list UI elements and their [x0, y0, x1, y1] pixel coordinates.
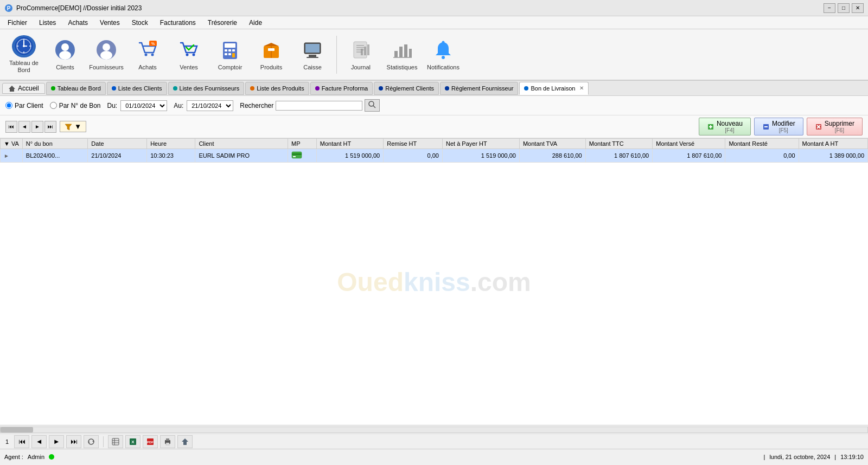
- nav-prev-button[interactable]: ◄: [18, 121, 30, 133]
- toolbar-btn-fournisseurs[interactable]: Fournisseurs: [87, 33, 126, 77]
- toolbar-btn-journal[interactable]: Journal: [341, 33, 380, 77]
- table-row[interactable]: ► BL2024/00... 21/10/2024 10:30:23 EURL …: [1, 149, 868, 163]
- svg-line-56: [373, 106, 375, 108]
- maximize-button[interactable]: □: [838, 3, 850, 13]
- tab-liste-produits[interactable]: Liste des Produits: [245, 82, 309, 95]
- menu-listes[interactable]: Listes: [34, 18, 61, 28]
- mp-card-icon: [291, 151, 302, 159]
- tab-dot-tableau-bord: [51, 86, 55, 91]
- toolbar-btn-caisse[interactable]: Caisse: [293, 33, 332, 77]
- pdf-button[interactable]: PDF: [143, 435, 158, 448]
- export-button[interactable]: [177, 435, 193, 448]
- cell-heure: 10:30:23: [147, 149, 195, 163]
- col-date[interactable]: Date: [88, 139, 147, 149]
- ventes-label: Ventes: [180, 64, 198, 71]
- svg-rect-44: [361, 49, 363, 55]
- search-input[interactable]: [276, 101, 362, 111]
- toolbar-btn-ventes[interactable]: Ventes: [169, 33, 208, 77]
- col-net-payer[interactable]: Net à Payer HT: [442, 139, 519, 149]
- search-button[interactable]: [365, 99, 380, 112]
- supprimer-label: Supprimer: [825, 120, 854, 127]
- table-body: ► BL2024/00... 21/10/2024 10:30:23 EURL …: [1, 149, 868, 163]
- cell-remise-ht: 0,00: [384, 149, 443, 163]
- col-remise-ht[interactable]: Remise HT: [384, 139, 443, 149]
- bottom-separator: [103, 436, 104, 447]
- window-title: ProCommerce[DEMO] //Dossier initial 2023: [16, 4, 142, 12]
- col-montant-verse[interactable]: Montant Versé: [653, 139, 725, 149]
- tab-reglement-fournisseur[interactable]: Règlement Fournisseur: [440, 82, 518, 95]
- excel-button[interactable]: X: [125, 435, 141, 448]
- scrollbar-thumb[interactable]: [1, 427, 33, 432]
- title-bar-controls[interactable]: − □ ✕: [824, 3, 864, 13]
- menu-ventes[interactable]: Ventes: [94, 18, 125, 28]
- svg-marker-84: [182, 438, 188, 445]
- col-va[interactable]: ▼ VA: [1, 139, 23, 149]
- refresh-bottom-button[interactable]: [84, 435, 99, 448]
- col-montant-tva[interactable]: Montant TVA: [519, 139, 585, 149]
- toolbar-btn-tableau-bord[interactable]: Tableau de Bord: [4, 33, 43, 77]
- col-bon[interactable]: N° du bon: [22, 139, 88, 149]
- search-icon: [368, 101, 376, 108]
- radio-par-numero-input[interactable]: [50, 102, 57, 109]
- tab-reglement-clients[interactable]: Règlement Clients: [374, 82, 439, 95]
- content-area: Par Client Par N° de Bon Du: 01/10/2024 …: [0, 96, 868, 434]
- col-mp[interactable]: MP: [288, 139, 317, 149]
- radio-par-client-input[interactable]: [5, 102, 12, 109]
- svg-rect-81: [166, 443, 169, 445]
- toolbar-btn-achats[interactable]: % Achats: [128, 33, 167, 77]
- col-montant-reste[interactable]: Montant Resté: [725, 139, 799, 149]
- tab-liste-fournisseurs[interactable]: Liste des Fournisseurs: [168, 82, 245, 95]
- nav-first-bottom-button[interactable]: ⏮: [14, 435, 29, 448]
- radio-par-client[interactable]: Par Client: [5, 102, 43, 109]
- tab-tableau-bord[interactable]: Tableau de Bord: [46, 82, 106, 95]
- expand-arrow-icon: ►: [4, 153, 9, 159]
- agent-name: Admin: [28, 454, 44, 460]
- toolbar-btn-statistiques[interactable]: Statistiques: [382, 33, 422, 77]
- menu-aide[interactable]: Aide: [244, 18, 267, 28]
- col-montant-ht[interactable]: Montant HT: [316, 139, 383, 149]
- menu-achats[interactable]: Achats: [62, 18, 93, 28]
- toolbar-btn-comptoir[interactable]: Comptoir: [210, 33, 250, 77]
- toolbar-btn-produits[interactable]: Produits: [252, 33, 291, 77]
- tab-accueil[interactable]: Accueil: [2, 83, 45, 94]
- comptoir-calc-icon: [218, 38, 242, 62]
- menu-facturations[interactable]: Facturations: [155, 18, 201, 28]
- print-button[interactable]: [160, 435, 175, 448]
- menu-fichier[interactable]: Fichier: [2, 18, 33, 28]
- radio-par-client-label: Par Client: [15, 102, 43, 109]
- nav-last-bottom-button[interactable]: ⏭: [66, 435, 81, 448]
- date-au-select[interactable]: 21/10/2024: [187, 100, 233, 111]
- nouveau-button[interactable]: Nouveau [F4]: [699, 118, 751, 135]
- menu-stock[interactable]: Stock: [126, 18, 154, 28]
- toolbar-btn-notifications[interactable]: Notifications: [424, 33, 463, 77]
- export-icon: [181, 438, 189, 445]
- status-dot: [49, 454, 54, 460]
- col-montant-ttc[interactable]: Montant TTC: [585, 139, 652, 149]
- col-client[interactable]: Client: [195, 139, 288, 149]
- supprimer-button[interactable]: Supprimer [F6]: [807, 118, 863, 135]
- table-icon-button[interactable]: [108, 435, 123, 448]
- col-heure[interactable]: Heure: [147, 139, 195, 149]
- cell-mp: [288, 149, 317, 163]
- svg-marker-57: [65, 124, 72, 130]
- toolbar-btn-clients[interactable]: Clients: [46, 33, 85, 77]
- nav-next-bottom-button[interactable]: ►: [49, 435, 64, 448]
- tab-facture-proforma[interactable]: Facture Proforma: [310, 82, 373, 95]
- minimize-button[interactable]: −: [824, 3, 835, 13]
- nav-first-button[interactable]: ⏮: [5, 121, 17, 133]
- close-button[interactable]: ✕: [852, 3, 864, 13]
- nav-prev-bottom-button[interactable]: ◄: [31, 435, 47, 448]
- horizontal-scrollbar[interactable]: [0, 427, 868, 433]
- tab-liste-clients[interactable]: Liste des Clients: [107, 82, 167, 95]
- nav-last-button[interactable]: ⏭: [44, 121, 56, 133]
- radio-par-numero[interactable]: Par N° de Bon: [50, 102, 101, 109]
- filter-button[interactable]: ▼: [60, 121, 86, 132]
- tab-bon-livraison-close[interactable]: ✕: [579, 85, 584, 91]
- modifier-button[interactable]: Modifier [F5]: [754, 118, 803, 135]
- col-montant-a-ht[interactable]: Montant A HT: [799, 139, 867, 149]
- menu-tresorerie[interactable]: Trésorerie: [202, 18, 242, 28]
- date-du-select[interactable]: 01/10/2024: [120, 100, 167, 111]
- nav-next-button[interactable]: ►: [31, 121, 43, 133]
- tab-bon-livraison[interactable]: Bon de Livraison ✕: [519, 82, 589, 95]
- scrollbar-area[interactable]: [0, 425, 868, 434]
